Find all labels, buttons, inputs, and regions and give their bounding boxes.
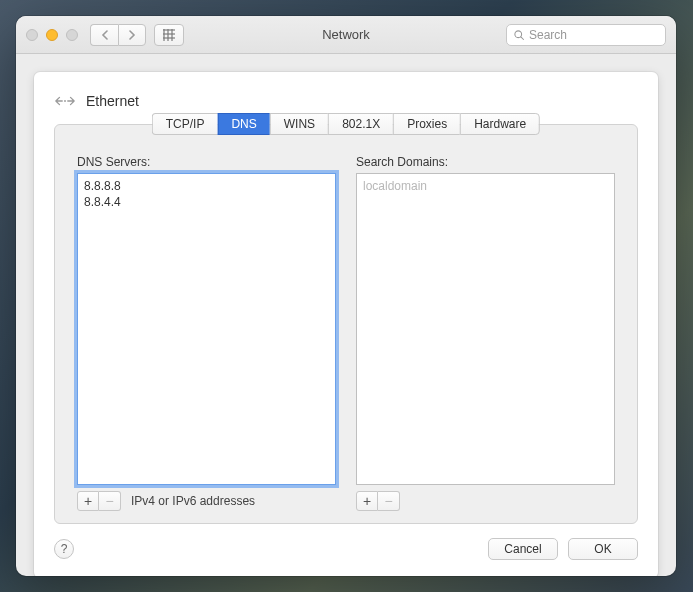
search-icon <box>513 29 525 41</box>
sheet: Ethernet TCP/IPDNSWINS802.1XProxiesHardw… <box>34 72 658 576</box>
traffic-lights <box>26 29 78 41</box>
search-input[interactable] <box>529 28 659 42</box>
tab-hardware[interactable]: Hardware <box>460 113 540 135</box>
grid-icon <box>163 29 175 41</box>
tab-group: TCP/IPDNSWINS802.1XProxiesHardware DNS S… <box>54 124 638 524</box>
dns-servers-hint: IPv4 or IPv6 addresses <box>131 494 255 508</box>
dns-servers-pm: + − <box>77 491 121 511</box>
tab-8021x[interactable]: 802.1X <box>328 113 393 135</box>
tabs: TCP/IPDNSWINS802.1XProxiesHardware <box>152 113 540 135</box>
close-icon[interactable] <box>26 29 38 41</box>
search-domains-placeholder: localdomain <box>363 178 608 194</box>
interface-name: Ethernet <box>86 93 139 109</box>
dns-servers-label: DNS Servers: <box>77 155 336 169</box>
tab-wins[interactable]: WINS <box>270 113 328 135</box>
show-all-button[interactable] <box>154 24 184 46</box>
dns-servers-list[interactable]: 8.8.8.88.8.4.4 <box>77 173 336 485</box>
dns-servers-remove-button[interactable]: − <box>99 491 121 511</box>
tab-dns-content: DNS Servers: 8.8.8.88.8.4.4 + − IPv4 or … <box>55 137 637 523</box>
list-item[interactable]: 8.8.4.4 <box>84 194 329 210</box>
titlebar: Network <box>16 16 676 54</box>
svg-point-2 <box>64 100 66 102</box>
dns-servers-add-button[interactable]: + <box>77 491 99 511</box>
tab-proxies[interactable]: Proxies <box>393 113 460 135</box>
footer: ? Cancel OK <box>54 538 638 560</box>
help-button[interactable]: ? <box>54 539 74 559</box>
chevron-right-icon <box>128 30 136 40</box>
tab-tcpip[interactable]: TCP/IP <box>152 113 218 135</box>
search-domains-add-button[interactable]: + <box>356 491 378 511</box>
back-button[interactable] <box>90 24 118 46</box>
search-field[interactable] <box>506 24 666 46</box>
ethernet-icon <box>54 90 76 112</box>
interface-header: Ethernet <box>54 90 638 112</box>
preferences-window: Network Ethernet TCP/IPDNSWINS802.1XProx… <box>16 16 676 576</box>
list-item[interactable]: 8.8.8.8 <box>84 178 329 194</box>
tab-dns[interactable]: DNS <box>217 113 269 135</box>
dns-servers-column: DNS Servers: 8.8.8.88.8.4.4 + − IPv4 or … <box>77 155 336 511</box>
svg-line-1 <box>521 36 524 39</box>
cancel-button[interactable]: Cancel <box>488 538 558 560</box>
ok-button[interactable]: OK <box>568 538 638 560</box>
nav-buttons <box>90 24 146 46</box>
search-domains-remove-button[interactable]: − <box>378 491 400 511</box>
minimize-icon[interactable] <box>46 29 58 41</box>
forward-button[interactable] <box>118 24 146 46</box>
search-domains-column: Search Domains: localdomain + − <box>356 155 615 511</box>
search-domains-list[interactable]: localdomain <box>356 173 615 485</box>
chevron-left-icon <box>101 30 109 40</box>
zoom-icon[interactable] <box>66 29 78 41</box>
search-domains-pm: + − <box>356 491 400 511</box>
search-domains-label: Search Domains: <box>356 155 615 169</box>
